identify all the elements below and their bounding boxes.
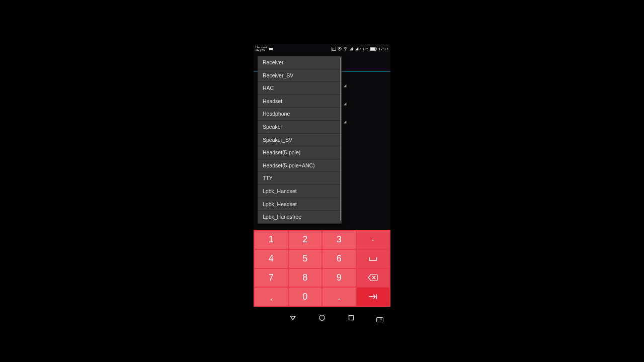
svg-rect-24 <box>378 321 381 321</box>
svg-point-16 <box>377 318 378 319</box>
eye-icon <box>338 47 342 51</box>
audio-output-dropdown: Receiver Receiver_SV HAC Headset Headpho… <box>258 56 342 224</box>
svg-point-23 <box>381 320 382 320</box>
triangle-down-icon <box>289 314 296 321</box>
key-3[interactable]: 3 <box>323 231 356 249</box>
dropdown-item[interactable]: Receiver <box>258 56 342 69</box>
numeric-keypad: 1 2 3 - 4 5 6 7 8 9 , 0 . <box>254 230 390 307</box>
svg-point-20 <box>377 320 378 320</box>
key-0[interactable]: 0 <box>289 288 322 306</box>
clock: 17:17 <box>378 47 388 51</box>
key-dot[interactable]: . <box>323 288 356 306</box>
dropdown-item[interactable]: TTY <box>258 172 342 185</box>
battery-icon <box>370 47 377 51</box>
carrier-text: Нет сети life:) BY <box>256 46 267 52</box>
key-space[interactable] <box>357 250 390 268</box>
nav-recents-button[interactable] <box>347 313 356 322</box>
dropdown-item[interactable]: Receiver_SV <box>258 69 342 82</box>
key-9[interactable]: 9 <box>323 269 356 287</box>
dropdown-caret-icon[interactable] <box>344 103 348 107</box>
dropdown-item[interactable]: Headset <box>258 95 342 108</box>
nav-home-button[interactable] <box>317 313 327 322</box>
nav-back-button[interactable] <box>288 313 297 322</box>
svg-rect-8 <box>376 48 376 49</box>
dropdown-item[interactable]: Headphone <box>258 108 342 121</box>
dropdown-caret-icon[interactable] <box>344 84 348 88</box>
svg-point-22 <box>380 320 380 320</box>
key-4[interactable]: 4 <box>255 250 288 268</box>
signal-icon <box>355 47 359 51</box>
key-1[interactable]: 1 <box>255 231 288 249</box>
svg-point-19 <box>381 318 382 319</box>
key-6[interactable]: 6 <box>323 250 356 268</box>
dropdown-scrollbar[interactable] <box>340 57 341 221</box>
dropdown-item[interactable]: Lpbk_Headset <box>258 198 342 211</box>
dropdown-item[interactable]: HAC <box>258 82 342 95</box>
key-7[interactable]: 7 <box>255 269 288 287</box>
navigation-bar <box>254 307 390 328</box>
svg-point-3 <box>345 50 346 50</box>
key-enter[interactable] <box>357 288 390 306</box>
battery-percent: 91% <box>360 47 368 51</box>
svg-point-21 <box>379 320 379 320</box>
cast-icon <box>332 47 336 51</box>
phone-screen: Нет сети life:) BY 91% 17:17 Receiver Re… <box>254 44 390 328</box>
square-icon <box>348 314 355 321</box>
status-icons: 91% 17:17 <box>332 47 388 51</box>
dropdown-item[interactable]: Speaker_SV <box>258 134 342 147</box>
svg-point-2 <box>339 48 340 49</box>
tab-arrow-icon <box>368 294 378 300</box>
key-comma[interactable]: , <box>255 288 288 306</box>
key-8[interactable]: 8 <box>289 269 322 287</box>
dropdown-caret-icon[interactable] <box>344 121 348 125</box>
dropdown-item[interactable]: Lpbk_Handsfree <box>258 211 342 224</box>
circle-icon <box>318 314 326 321</box>
dropdown-item[interactable]: Lpbk_Handset <box>258 185 342 198</box>
svg-point-17 <box>379 318 379 319</box>
dropdown-item[interactable]: Headset(5-pole) <box>258 146 342 159</box>
keyboard-icon <box>376 317 383 322</box>
svg-point-18 <box>380 318 380 319</box>
camera-icon <box>269 48 273 50</box>
svg-rect-14 <box>349 316 354 320</box>
no-signal-icon <box>349 47 353 51</box>
key-5[interactable]: 5 <box>289 250 322 268</box>
key-2[interactable]: 2 <box>289 231 322 249</box>
wifi-icon <box>343 47 348 51</box>
nav-keyboard-toggle[interactable] <box>376 315 383 320</box>
dropdown-item[interactable]: Speaker <box>258 121 342 134</box>
space-icon <box>368 256 377 261</box>
key-minus[interactable]: - <box>357 231 390 249</box>
svg-point-13 <box>319 315 325 320</box>
key-backspace[interactable] <box>357 269 390 287</box>
statusbar: Нет сети life:) BY 91% 17:17 <box>254 44 390 53</box>
backspace-icon <box>368 274 378 281</box>
svg-rect-7 <box>370 47 375 50</box>
dropdown-item[interactable]: Headset(5-pole+ANC) <box>258 159 342 172</box>
